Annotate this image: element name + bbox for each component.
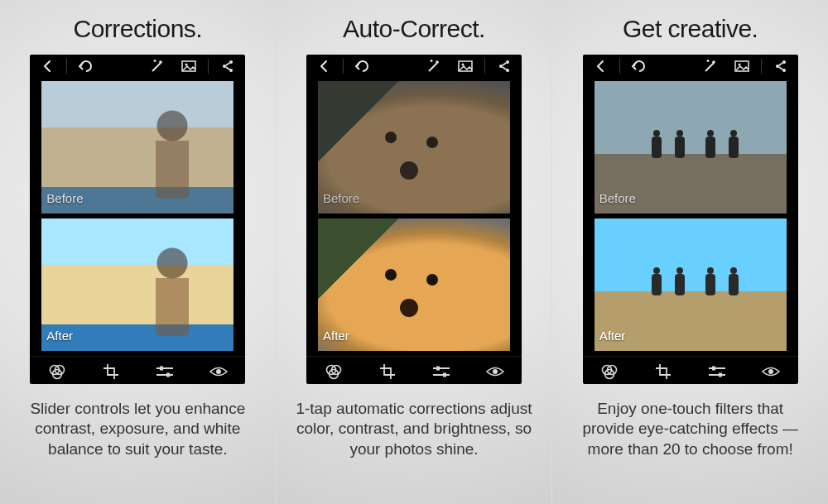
- after-label: After: [318, 327, 354, 344]
- share-icon[interactable]: [215, 55, 240, 78]
- crop-icon[interactable]: [91, 357, 131, 386]
- svg-point-14: [499, 65, 503, 68]
- toolbar-divider: [484, 59, 485, 74]
- svg-point-24: [782, 60, 786, 64]
- toolbar-divider: [343, 59, 344, 74]
- svg-rect-9: [166, 373, 170, 377]
- svg-point-25: [776, 65, 779, 68]
- promo-panel-creative: Get creative.: [552, 0, 828, 504]
- svg-rect-31: [719, 373, 722, 377]
- svg-rect-19: [436, 367, 440, 371]
- before-label: Before: [41, 190, 88, 207]
- phone-mock: Before After: [30, 55, 245, 384]
- headline: Get creative.: [623, 15, 758, 43]
- sliders-icon[interactable]: [421, 357, 461, 386]
- svg-rect-20: [443, 373, 446, 377]
- back-icon[interactable]: [35, 55, 60, 78]
- before-photo[interactable]: Before: [41, 81, 233, 214]
- magic-wand-icon[interactable]: [145, 55, 170, 78]
- svg-point-2: [229, 60, 233, 64]
- filters-icon[interactable]: [590, 357, 629, 386]
- image-icon[interactable]: [453, 55, 478, 78]
- before-label: Before: [318, 190, 364, 207]
- undo-icon[interactable]: [74, 55, 99, 78]
- photo-area: Before After: [30, 78, 245, 356]
- magic-wand-icon[interactable]: [421, 55, 446, 78]
- undo-icon[interactable]: [627, 55, 652, 78]
- svg-point-3: [223, 65, 226, 68]
- toolbar-divider: [619, 59, 620, 74]
- share-icon[interactable]: [492, 55, 517, 78]
- promo-panel-autocorrect: Auto-Correct.: [277, 0, 552, 504]
- image-icon[interactable]: [729, 55, 754, 78]
- undo-icon[interactable]: [350, 55, 375, 78]
- promo-panel-corrections: Corrections.: [0, 0, 276, 504]
- app-toolbar: [583, 55, 798, 78]
- redeye-icon[interactable]: [475, 357, 515, 386]
- svg-point-13: [506, 60, 509, 64]
- phone-mock: Before After: [583, 55, 798, 384]
- photo-area: Before After: [306, 78, 522, 356]
- share-icon[interactable]: [768, 55, 793, 78]
- app-toolbar: [30, 55, 245, 78]
- headline: Auto-Correct.: [343, 15, 485, 43]
- redeye-icon[interactable]: [199, 357, 238, 386]
- back-icon[interactable]: [588, 55, 613, 78]
- toolbar-divider: [761, 59, 762, 74]
- redeye-icon[interactable]: [751, 357, 791, 386]
- svg-rect-8: [160, 367, 163, 371]
- svg-point-4: [229, 69, 233, 72]
- after-photo[interactable]: After: [318, 218, 510, 351]
- sliders-icon[interactable]: [697, 357, 737, 386]
- caption: 1-tap automatic corrections adjust color…: [277, 399, 552, 459]
- svg-point-26: [782, 69, 786, 72]
- app-toolbar: [306, 55, 522, 78]
- filters-icon[interactable]: [314, 357, 354, 386]
- svg-point-15: [506, 69, 509, 72]
- caption: Enjoy one-touch filters that provide eye…: [552, 399, 828, 459]
- crop-icon[interactable]: [643, 357, 683, 386]
- svg-point-32: [768, 369, 773, 374]
- after-label: After: [595, 327, 631, 344]
- filters-icon[interactable]: [37, 357, 77, 386]
- svg-rect-30: [712, 367, 715, 371]
- after-label: After: [41, 327, 78, 344]
- toolbar-divider: [208, 59, 209, 74]
- before-label: Before: [595, 190, 641, 207]
- app-bottombar: [30, 356, 245, 386]
- image-icon[interactable]: [176, 55, 201, 78]
- crop-icon[interactable]: [368, 357, 407, 386]
- svg-point-21: [493, 369, 498, 374]
- sliders-icon[interactable]: [145, 357, 185, 386]
- after-photo[interactable]: After: [41, 218, 233, 351]
- phone-mock: Before After: [306, 55, 522, 384]
- caption: Slider controls let you enhance contrast…: [0, 399, 276, 459]
- after-photo[interactable]: After: [595, 218, 787, 351]
- magic-wand-icon[interactable]: [698, 55, 723, 78]
- svg-point-10: [216, 369, 221, 374]
- back-icon[interactable]: [311, 55, 336, 78]
- before-photo[interactable]: Before: [318, 81, 510, 214]
- photo-area: Before After: [583, 78, 798, 356]
- before-photo[interactable]: Before: [595, 81, 787, 214]
- app-bottombar: [306, 356, 522, 386]
- toolbar-divider: [66, 59, 67, 74]
- app-bottombar: [583, 356, 798, 386]
- headline: Corrections.: [73, 15, 202, 43]
